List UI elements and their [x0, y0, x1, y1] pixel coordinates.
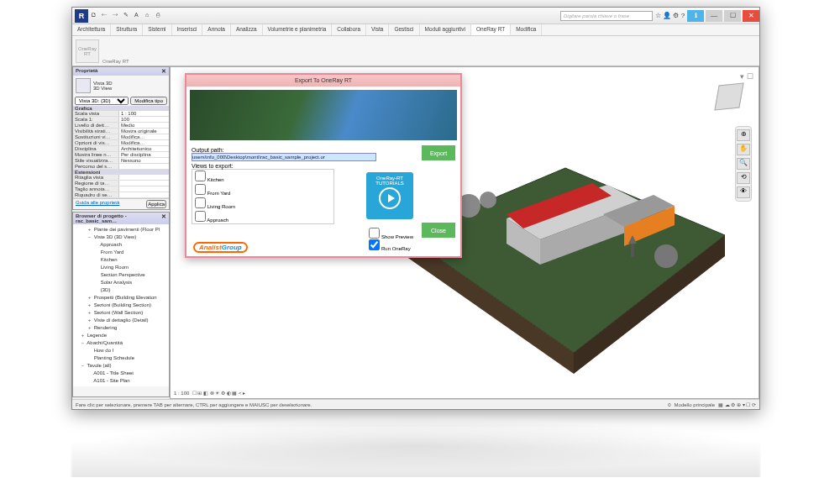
info-button[interactable]: ℹ [687, 10, 704, 22]
tree-node[interactable]: Approach [75, 241, 167, 249]
dialog-render-preview [190, 90, 457, 140]
ribbon-tabs: ArchitetturaStrutturaSistemiInserisciAnn… [72, 24, 759, 36]
maximize-button[interactable]: ☐ [724, 10, 741, 22]
tree-node[interactable]: + Rendering [75, 324, 167, 332]
search-input[interactable]: Digitare parola chiave o frase [560, 11, 653, 21]
ribbon-panel-label: OneRay RT [102, 59, 129, 64]
property-row[interactable]: Sostituzioni vi…Modifica… [73, 134, 169, 140]
tree-node[interactable]: + Legende [75, 332, 167, 339]
app-logo[interactable]: R [75, 9, 88, 23]
properties-header[interactable]: Proprietà✕ [73, 67, 169, 76]
tree-node[interactable]: Kitchen [75, 256, 167, 264]
titlebar: R 🗋🡐🡒✎A⌂⎙ Digitare parola chiave o frase… [72, 8, 759, 24]
view-type-sub: 3D View [93, 86, 113, 91]
ribbon-tab[interactable]: Architettura [72, 24, 111, 35]
output-path-input[interactable] [192, 153, 376, 161]
tree-node[interactable]: How do I [75, 347, 167, 354]
property-row[interactable]: Visibilità strati…Mostra originale [73, 129, 169, 134]
play-icon [379, 187, 401, 209]
edit-type-button[interactable]: Modifica tipo [130, 97, 167, 105]
property-row[interactable]: Scala 1:100 [73, 117, 169, 123]
show-preview-checkbox[interactable]: Show Preview [369, 228, 413, 239]
ribbon-tab[interactable]: Struttura [111, 24, 143, 35]
view-checkbox[interactable]: Living Room [195, 197, 331, 211]
workset-select[interactable]: Modello principale [675, 400, 715, 409]
view-filter-select[interactable]: Vista 3D: {3D} [75, 97, 129, 105]
ribbon-tab[interactable]: Moduli aggiuntivi [420, 24, 471, 35]
navigation-bar[interactable]: ⊕ ✋ 🔍 ⟲ 👁 [735, 126, 752, 202]
view-checkbox[interactable]: Approach [195, 211, 331, 224]
tree-node[interactable]: – Viste 3D (3D View) [75, 234, 167, 241]
close-window-button[interactable]: ✕ [743, 10, 759, 22]
property-row[interactable]: Mostra linee n…Per disciplina [73, 152, 169, 158]
dialog-close-button[interactable]: Close [422, 223, 455, 238]
tree-node[interactable]: From Yard [75, 249, 167, 256]
apply-button[interactable]: Applica [146, 200, 166, 208]
property-row[interactable]: Regione di ta… [73, 181, 169, 186]
tree-node[interactable]: – Abachi/Quantità [75, 339, 167, 347]
tree-node[interactable]: Planting Schedule [75, 354, 167, 362]
run-oneray-checkbox[interactable]: Run OneRay [369, 239, 413, 251]
property-row[interactable]: Stile visualizza…Nessuno [73, 158, 169, 164]
property-row[interactable]: Scala vista1 : 100 [73, 111, 169, 117]
tree-node[interactable]: + Sezioni (Building Section) [75, 302, 167, 309]
tree-node[interactable]: + Piante dei pavimenti (Floor Pl [75, 226, 167, 234]
svg-point-10 [480, 192, 496, 208]
tree-node[interactable]: Solar Analysis [75, 279, 167, 286]
browser-header[interactable]: Browser di progetto - rac_basic_sam…✕ [73, 213, 169, 224]
nav-wheel-icon[interactable]: ⊕ [737, 129, 750, 141]
view-checkbox[interactable]: Kitchen [195, 171, 331, 184]
title-right-icons[interactable]: ☆ 👤 ⚙ ? [655, 12, 685, 19]
property-row[interactable]: Riquadro di se… [73, 192, 169, 198]
project-tree[interactable]: + Piante dei pavimenti (Floor Pl– Viste … [73, 224, 169, 386]
ribbon-tab[interactable]: Vista [366, 24, 389, 35]
property-row[interactable]: DisciplinaArchitettonico [73, 146, 169, 152]
tree-node[interactable]: {3D} [75, 286, 167, 294]
tree-node[interactable]: + Sezioni (Wall Section) [75, 309, 167, 317]
ribbon-tab[interactable]: Analizza [231, 24, 263, 35]
property-row[interactable]: Taglio annota… [73, 186, 169, 192]
quick-access-toolbar[interactable]: 🗋🡐🡒✎A⌂⎙ [91, 12, 165, 20]
ribbon-tab[interactable]: Modifica [511, 24, 542, 35]
nav-orbit-icon[interactable]: ⟲ [737, 172, 750, 184]
ribbon-tab[interactable]: Collabora [332, 24, 366, 35]
tree-node[interactable]: Living Room [75, 264, 167, 271]
status-hint: Fare clic per selezionare, premere TAB p… [76, 400, 312, 409]
nav-pan-icon[interactable]: ✋ [737, 144, 750, 155]
property-row[interactable]: Livello di dett…Medio [73, 123, 169, 129]
tree-node[interactable]: + Viste di dettaglio (Detail) [75, 317, 167, 324]
viewcube[interactable] [711, 79, 747, 114]
tree-node[interactable]: + Prospetti (Building Elevation [75, 294, 167, 302]
status-zero: 0 [668, 400, 670, 409]
close-icon[interactable]: ✕ [161, 213, 166, 223]
tree-node[interactable]: A101 - Site Plan [75, 377, 167, 385]
properties-help-link[interactable]: Guida alle proprietà [76, 200, 119, 208]
ribbon-tab[interactable]: Gestisci [389, 24, 419, 35]
ribbon-tab[interactable]: Annota [202, 24, 231, 35]
view-type-icon [76, 78, 91, 93]
export-button[interactable]: Export [422, 145, 455, 160]
property-row[interactable]: Ritaglia vista [73, 175, 169, 181]
view-checkbox[interactable]: From Yard [195, 184, 331, 197]
tree-node[interactable]: – Tavole (all) [75, 362, 167, 370]
window-buttons: ℹ — ☐ ✕ [687, 10, 759, 22]
tree-node[interactable]: Section Perspective [75, 271, 167, 279]
ribbon-tab[interactable]: Inserisci [172, 24, 203, 35]
status-bar: Fare clic per selezionare, premere TAB p… [72, 399, 759, 409]
close-icon[interactable]: ✕ [161, 68, 166, 75]
nav-zoom-icon[interactable]: 🔍 [737, 158, 750, 170]
ribbon-tab[interactable]: OneRay RT [471, 24, 511, 35]
oneray-rt-button[interactable]: OneRay RT [76, 39, 99, 63]
property-row[interactable]: Percorso del s… [73, 164, 169, 170]
view-control-bar[interactable]: 1 : 100 ☐ ⊞ ◧ ⊗ ☀ ⚙ ◐ ▦ < ▸ [174, 390, 245, 396]
minimize-button[interactable]: — [706, 10, 722, 22]
status-icons[interactable]: ▦ ☁ ⚙ ⊕ ▾ ☐ ⟳ [718, 400, 756, 409]
dialog-title: Export To OneRay RT [186, 75, 460, 87]
views-list[interactable]: Kitchen From Yard Living Room Approach S… [192, 169, 334, 224]
tree-node[interactable]: A001 - Title Sheet [75, 370, 167, 377]
property-row[interactable]: Opzioni di vis…Modifica… [73, 140, 169, 146]
tutorials-button[interactable]: OneRay-RT TUTORIALS [366, 172, 413, 219]
nav-look-icon[interactable]: 👁 [737, 186, 750, 198]
ribbon-tab[interactable]: Volumetrie e planimetria [263, 24, 333, 35]
ribbon-tab[interactable]: Sistemi [143, 24, 171, 35]
